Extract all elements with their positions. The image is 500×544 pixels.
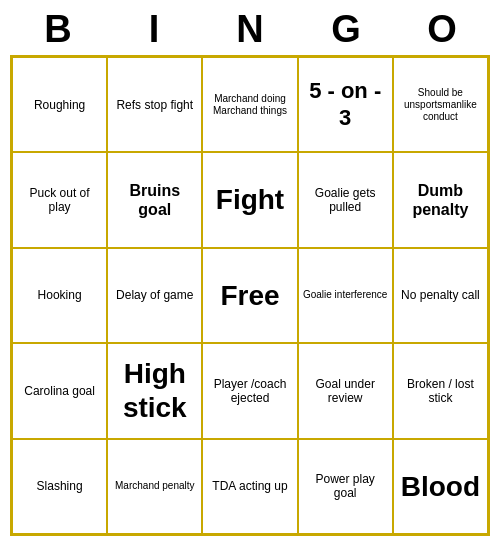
bingo-cell-5[interactable]: Puck out of play bbox=[12, 152, 107, 247]
bingo-cell-0[interactable]: Roughing bbox=[12, 57, 107, 152]
bingo-cell-10[interactable]: Hooking bbox=[12, 248, 107, 343]
bingo-cell-21[interactable]: Marchand penalty bbox=[107, 439, 202, 534]
bingo-cell-15[interactable]: Carolina goal bbox=[12, 343, 107, 438]
bingo-cell-24[interactable]: Blood bbox=[393, 439, 488, 534]
bingo-cell-4[interactable]: Should be unsportsmanlike conduct bbox=[393, 57, 488, 152]
bingo-cell-23[interactable]: Power play goal bbox=[298, 439, 393, 534]
bingo-cell-9[interactable]: Dumb penalty bbox=[393, 152, 488, 247]
bingo-title: B I N G O bbox=[10, 8, 490, 51]
bingo-cell-16[interactable]: High stick bbox=[107, 343, 202, 438]
letter-o: O bbox=[394, 8, 490, 51]
bingo-cell-19[interactable]: Broken / lost stick bbox=[393, 343, 488, 438]
bingo-cell-7[interactable]: Fight bbox=[202, 152, 297, 247]
bingo-cell-1[interactable]: Refs stop fight bbox=[107, 57, 202, 152]
bingo-cell-2[interactable]: Marchand doing Marchand things bbox=[202, 57, 297, 152]
bingo-cell-8[interactable]: Goalie gets pulled bbox=[298, 152, 393, 247]
bingo-cell-18[interactable]: Goal under review bbox=[298, 343, 393, 438]
bingo-cell-22[interactable]: TDA acting up bbox=[202, 439, 297, 534]
letter-g: G bbox=[298, 8, 394, 51]
bingo-cell-3[interactable]: 5 - on - 3 bbox=[298, 57, 393, 152]
bingo-cell-11[interactable]: Delay of game bbox=[107, 248, 202, 343]
bingo-cell-12[interactable]: Free bbox=[202, 248, 297, 343]
bingo-cell-6[interactable]: Bruins goal bbox=[107, 152, 202, 247]
bingo-cell-14[interactable]: No penalty call bbox=[393, 248, 488, 343]
bingo-grid: RoughingRefs stop fightMarchand doing Ma… bbox=[10, 55, 490, 536]
bingo-cell-17[interactable]: Player /coach ejected bbox=[202, 343, 297, 438]
bingo-cell-20[interactable]: Slashing bbox=[12, 439, 107, 534]
letter-i: I bbox=[106, 8, 202, 51]
letter-b: B bbox=[10, 8, 106, 51]
letter-n: N bbox=[202, 8, 298, 51]
bingo-cell-13[interactable]: Goalie interference bbox=[298, 248, 393, 343]
